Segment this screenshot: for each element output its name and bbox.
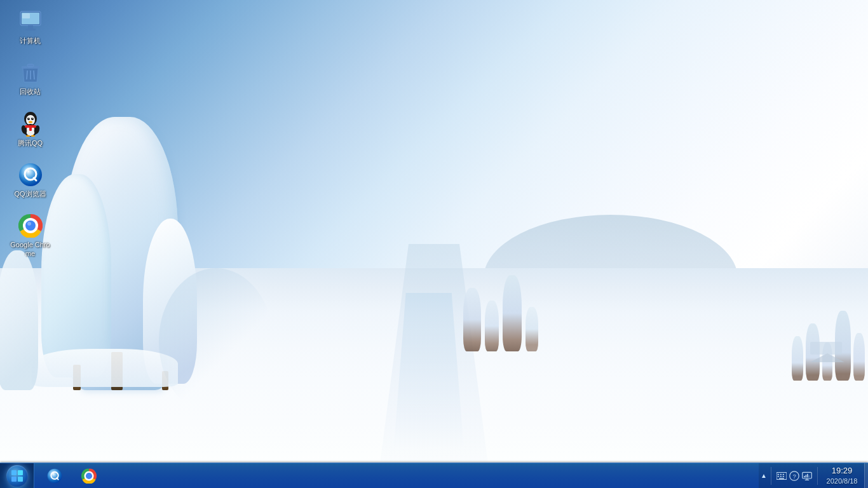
tree-md-2 xyxy=(485,301,499,351)
svg-point-14 xyxy=(28,118,29,119)
svg-rect-39 xyxy=(783,473,784,475)
svg-rect-51 xyxy=(807,473,808,477)
svg-point-30 xyxy=(27,222,31,226)
clock-time: 19:29 xyxy=(832,466,853,477)
desktop-icon-chrome[interactable]: Google Chrome xyxy=(6,210,54,261)
svg-point-29 xyxy=(25,220,36,231)
win-pane-tr xyxy=(18,470,23,475)
desktop-icons-area: 计算机 回收站 xyxy=(6,6,54,261)
tree-far-left xyxy=(0,250,38,390)
svg-point-35 xyxy=(86,472,92,478)
background-structure xyxy=(810,342,842,361)
recycle-bin-icon-svg xyxy=(19,60,42,85)
win-pane-bl xyxy=(11,477,17,482)
svg-point-15 xyxy=(32,118,33,119)
svg-point-25 xyxy=(19,163,42,186)
show-hidden-icons-button[interactable]: ▲ xyxy=(759,472,769,479)
snow-base-left xyxy=(32,349,178,387)
svg-rect-2 xyxy=(28,25,33,29)
network-icon-svg xyxy=(802,471,812,481)
computer-icon-label: 计算机 xyxy=(20,36,41,45)
tray-network-icon[interactable] xyxy=(802,471,812,481)
tree-right-5 xyxy=(853,333,865,381)
qq-browser-icon-label: QQ浏览器 xyxy=(14,189,46,198)
desktop-icon-computer[interactable]: 计算机 xyxy=(6,6,54,48)
tray-icons-group: ? xyxy=(773,471,815,481)
trees-middle-distance xyxy=(463,275,538,351)
svg-rect-37 xyxy=(778,473,779,475)
svg-point-31 xyxy=(48,468,62,483)
svg-rect-6 xyxy=(27,64,34,67)
tray-help-icon[interactable]: ? xyxy=(789,471,799,481)
tree-right-1 xyxy=(792,336,803,381)
recycle-bin-icon-label: 回收站 xyxy=(20,87,41,96)
svg-text:?: ? xyxy=(793,473,796,480)
svg-rect-52 xyxy=(808,475,810,477)
taskbar-qq-browser-icon xyxy=(47,468,62,484)
svg-rect-42 xyxy=(783,476,784,477)
snow-shadow xyxy=(159,268,273,414)
qq-icon-image xyxy=(18,111,43,137)
svg-rect-41 xyxy=(780,476,782,477)
system-tray: ▲ xyxy=(759,463,868,488)
desktop-icon-qq[interactable]: 腾讯QQ xyxy=(6,109,54,150)
qq-browser-icon-svg xyxy=(18,163,43,187)
chrome-icon-label: Google Chrome xyxy=(9,240,51,259)
taskbar-item-qq-browser[interactable] xyxy=(39,464,71,487)
svg-rect-38 xyxy=(780,473,782,475)
svg-rect-4 xyxy=(22,13,30,18)
svg-point-16 xyxy=(29,121,32,123)
tree-md-4 xyxy=(526,307,538,351)
svg-rect-3 xyxy=(25,29,36,30)
taskbar: ▲ xyxy=(0,463,868,488)
taskbar-items xyxy=(34,463,759,488)
desktop-icon-qq-browser[interactable]: QQ浏览器 xyxy=(6,159,54,201)
help-icon-svg: ? xyxy=(789,471,799,481)
desktop: 计算机 回收站 xyxy=(0,0,868,488)
computer-icon-image xyxy=(18,9,43,34)
desktop-icon-recycle-bin[interactable]: 回收站 xyxy=(6,57,54,98)
computer-icon-svg xyxy=(18,10,43,33)
clock-area[interactable]: 19:29 2020/8/18 xyxy=(820,463,864,488)
svg-rect-49 xyxy=(804,476,805,477)
start-button[interactable] xyxy=(0,463,34,489)
windows-logo xyxy=(11,470,23,482)
show-desktop-button[interactable] xyxy=(864,463,868,488)
svg-rect-43 xyxy=(779,478,784,479)
taskbar-chrome-icon xyxy=(81,468,97,484)
win-pane-br xyxy=(18,477,23,482)
svg-rect-24 xyxy=(29,126,32,131)
svg-line-7 xyxy=(27,71,27,79)
tree-md-3 xyxy=(503,275,522,351)
keyboard-icon-svg xyxy=(776,472,787,480)
qq-icon-label: 腾讯QQ xyxy=(18,139,43,147)
qq-browser-icon-image xyxy=(18,162,43,187)
taskbar-item-chrome[interactable] xyxy=(73,464,105,487)
svg-rect-40 xyxy=(778,476,779,477)
svg-point-11 xyxy=(26,115,35,125)
svg-line-9 xyxy=(34,71,34,79)
tray-separator-2 xyxy=(817,467,818,485)
start-orb xyxy=(6,465,28,487)
clock-date: 2020/8/18 xyxy=(827,477,858,485)
svg-rect-50 xyxy=(806,475,807,477)
chrome-icon-image xyxy=(18,213,43,238)
qq-icon-svg xyxy=(18,111,43,137)
chrome-icon-svg xyxy=(18,214,43,238)
tree-md-1 xyxy=(463,288,481,351)
tray-separator-1 xyxy=(771,467,771,485)
tray-keyboard-icon[interactable] xyxy=(776,471,787,481)
win-pane-tl xyxy=(11,470,17,475)
recycle-bin-icon-image xyxy=(18,60,43,85)
